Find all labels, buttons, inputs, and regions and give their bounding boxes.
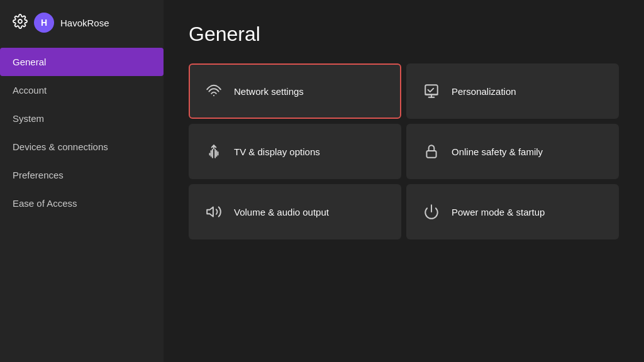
- network-icon: [205, 83, 223, 99]
- card-online-safety-label: Online safety & family: [452, 146, 543, 157]
- sidebar-item-devices[interactable]: Devices & connections: [0, 133, 164, 161]
- power-icon: [423, 204, 440, 220]
- sidebar: H HavokRose General Account System Devic…: [0, 0, 164, 362]
- settings-grid: Network settings Personalization: [189, 63, 619, 239]
- card-online-safety[interactable]: Online safety & family: [406, 124, 619, 179]
- sidebar-item-system[interactable]: System: [0, 104, 164, 133]
- svg-rect-12: [426, 151, 436, 158]
- username: HavokRose: [60, 18, 109, 28]
- card-personalization[interactable]: Personalization: [406, 63, 619, 119]
- sidebar-item-account[interactable]: Account: [0, 76, 164, 104]
- card-network-label: Network settings: [234, 86, 304, 97]
- sidebar-header: H HavokRose: [0, 13, 164, 48]
- svg-point-1: [213, 95, 214, 96]
- card-tv-display[interactable]: TV & display options: [189, 124, 401, 179]
- lock-icon: [423, 143, 440, 160]
- gear-icon: [13, 14, 28, 31]
- card-network[interactable]: Network settings: [189, 63, 401, 119]
- personalization-icon: [423, 83, 440, 99]
- sidebar-item-general[interactable]: General: [0, 48, 164, 76]
- page-title: General: [189, 23, 619, 46]
- main-content: General Network settings: [164, 0, 644, 362]
- card-power-label: Power mode & startup: [452, 207, 545, 217]
- card-volume-label: Volume & audio output: [234, 207, 329, 217]
- card-volume[interactable]: Volume & audio output: [189, 184, 401, 239]
- svg-marker-13: [207, 207, 213, 216]
- avatar: H: [34, 13, 54, 33]
- sidebar-item-preferences[interactable]: Preferences: [0, 161, 164, 189]
- tv-icon: [205, 143, 223, 160]
- card-tv-label: TV & display options: [234, 146, 320, 157]
- card-power[interactable]: Power mode & startup: [406, 184, 619, 239]
- volume-icon: [205, 204, 223, 220]
- svg-point-0: [18, 19, 22, 23]
- sidebar-item-ease[interactable]: Ease of Access: [0, 189, 164, 217]
- card-personalization-label: Personalization: [452, 86, 516, 97]
- sidebar-nav: General Account System Devices & connect…: [0, 48, 164, 217]
